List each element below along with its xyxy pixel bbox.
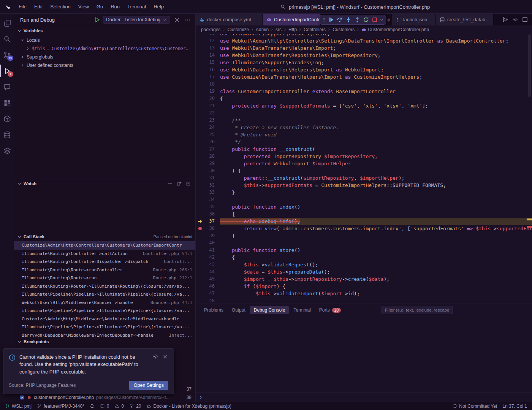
code-line-33[interactable]: 33 }: [196, 189, 532, 196]
code-line-40[interactable]: 40: [196, 239, 532, 247]
menu-run[interactable]: Run: [107, 2, 123, 11]
variables-group-locals[interactable]: Locals: [14, 36, 195, 44]
activity-explorer[interactable]: [0, 17, 14, 29]
debug-console-input[interactable]: [196, 393, 532, 402]
gutter-line-16[interactable]: 16: [196, 66, 220, 73]
panel-tab-debug-console[interactable]: Debug Console: [250, 306, 289, 314]
menu-selection[interactable]: Selection: [47, 2, 74, 11]
stack-frame[interactable]: Illuminate\Pipeline\Pipeline->Illuminate…: [14, 323, 195, 331]
gutter-line-41[interactable]: 41: [196, 247, 220, 254]
call-stack-header[interactable]: Call Stack Paused on breakpoint: [14, 232, 195, 241]
code-line-20[interactable]: 20{: [196, 95, 532, 102]
breakpoints-header[interactable]: Breakpoints: [14, 337, 195, 346]
gutter-line-14[interactable]: 14: [196, 52, 220, 59]
gutter-line-27[interactable]: 27: [196, 146, 220, 153]
code-line-46[interactable]: 46 if ($import) {: [196, 283, 532, 290]
breadcrumb-item[interactable]: Http: [288, 27, 297, 32]
debug-console-output[interactable]: [196, 316, 532, 393]
variable-this[interactable]: $this = Customize\Admin\Http\Controllers…: [14, 44, 195, 53]
breadcrumb-item[interactable]: Customize: [227, 27, 249, 32]
notification-close-button[interactable]: [162, 353, 168, 360]
status-git-commit[interactable]: Not Committed Yet: [450, 402, 500, 410]
gutter-line-36[interactable]: 36: [196, 211, 220, 218]
menu-edit[interactable]: Edit: [31, 2, 46, 11]
code-line-35[interactable]: 35 public function index(): [196, 203, 532, 211]
code-line-45[interactable]: 45 $import = $this->importRepository->cr…: [196, 275, 532, 283]
variables-group-superglobals[interactable]: Superglobals: [14, 53, 195, 61]
code-line-14[interactable]: 14use Webkul\DataTransfer\Repositories\I…: [196, 52, 532, 59]
code-line-24[interactable]: 24 * Create a new controller instance.: [196, 124, 532, 131]
stack-frame[interactable]: Barryvdh\Debugbar\Middleware\InjectDebug…: [14, 331, 195, 337]
code-line-21[interactable]: 21 protected array $supportedFormats = […: [196, 102, 532, 109]
code-line-11[interactable]: 11use Illuminate\Support\Facades\Event;: [196, 34, 532, 37]
stack-frame[interactable]: Customize\Admin\Http\Controllers\Custome…: [14, 241, 195, 250]
status-ports[interactable]: 20: [127, 402, 144, 410]
activity-search[interactable]: [0, 33, 14, 45]
code-line-34[interactable]: 34: [196, 196, 532, 203]
tab-docker-compose-yml[interactable]: docker-compose.yml: [196, 14, 263, 25]
gutter-line-47[interactable]: 47: [196, 290, 220, 297]
gutter-line-39[interactable]: 39: [196, 232, 220, 239]
panel-tab-terminal[interactable]: Terminal: [290, 306, 314, 314]
stack-frame[interactable]: Illuminate\Pipeline\Pipeline->Illuminate…: [14, 307, 195, 315]
code-line-48[interactable]: 48: [196, 297, 532, 304]
menu-terminal[interactable]: Terminal: [124, 2, 149, 11]
step-out-button[interactable]: [353, 16, 361, 24]
breadcrumb-item[interactable]: CustomerImportController.php: [368, 27, 429, 32]
tab-customerimportcontroller-php[interactable]: CustomerImportController.php: [263, 14, 320, 25]
gutter-line-26[interactable]: 26: [196, 138, 220, 146]
gutter-line-23[interactable]: 23: [196, 117, 220, 124]
gutter-line-42[interactable]: 42: [196, 254, 220, 261]
code-line-25[interactable]: 25 * @return void: [196, 131, 532, 138]
code-line-32[interactable]: 32 $this->supportedFormats = CustomizeIm…: [196, 182, 532, 189]
panel-tab-output[interactable]: Output: [228, 306, 249, 314]
menu-view[interactable]: View: [75, 2, 92, 11]
step-into-button[interactable]: [344, 16, 353, 24]
activity-source-control[interactable]: 19: [0, 49, 14, 61]
code-line-44[interactable]: 44 $data = $this->prepareData();: [196, 268, 532, 275]
stack-frame[interactable]: Illuminate\Routing\Controller->callActio…: [14, 250, 195, 258]
breadcrumb-item[interactable]: Controllers: [304, 27, 326, 32]
code-line-13[interactable]: 13use Webkul\DataTransfer\Helpers\Import…: [196, 44, 532, 52]
code-line-31[interactable]: 31 parent::__construct($importRepository…: [196, 174, 532, 182]
gutter-line-32[interactable]: 32: [196, 182, 220, 189]
code-line-30[interactable]: 30 ) {: [196, 167, 532, 174]
stack-frame[interactable]: Illuminate\Pipeline\Pipeline->Illuminate…: [14, 290, 195, 299]
variables-header[interactable]: Variables: [14, 26, 195, 35]
debug-more-actions-button[interactable]: [183, 16, 192, 24]
activity-run-debug[interactable]: 1: [0, 65, 14, 77]
code-line-41[interactable]: 41 public function store(): [196, 247, 532, 254]
gutter-line-44[interactable]: 44: [196, 268, 220, 275]
status-errors[interactable]: 0: [97, 402, 112, 410]
gutter-line-19[interactable]: 19: [196, 88, 220, 95]
stack-frame[interactable]: Webkul\User\Http\Middleware\Bouncer->han…: [14, 299, 195, 307]
panel-tab-problems[interactable]: Problems: [200, 306, 227, 314]
code-line-23[interactable]: 23 /**: [196, 117, 532, 124]
gutter-line-43[interactable]: 43: [196, 261, 220, 268]
menu-go[interactable]: Go: [93, 2, 106, 11]
editor-run-button[interactable]: [501, 16, 509, 24]
restart-button[interactable]: [362, 16, 370, 24]
gutter-line-29[interactable]: 29: [196, 160, 220, 167]
stack-frame[interactable]: Illuminate\Routing\Route->runRoute.php21…: [14, 274, 195, 282]
code-line-29[interactable]: 29 protected WebkulImport $importHelper: [196, 160, 532, 167]
status-debug-session[interactable]: Docker - Listen for Xdebug (primassjp): [144, 402, 234, 410]
code-line-12[interactable]: 12use Webkul\Admin\Http\Controllers\Sett…: [196, 37, 532, 44]
breadcrumb-item[interactable]: packages: [201, 27, 220, 32]
code-editor[interactable]: 11use Illuminate\Support\Facades\Event;1…: [196, 34, 532, 304]
panel-tab-ports[interactable]: Ports20: [315, 306, 345, 314]
code-line-28[interactable]: 28 protected ImportRepository $importRep…: [196, 153, 532, 160]
scrollbar-thumb[interactable]: [528, 34, 531, 97]
status-sync[interactable]: [87, 402, 97, 410]
stack-frame[interactable]: Customize\Admin\Http\Middleware\AdminLoc…: [14, 315, 195, 323]
stack-frame[interactable]: Illuminate\Routing\Router->Illuminate\Ro…: [14, 282, 195, 291]
add-expression-button[interactable]: [166, 179, 174, 188]
activity-layers[interactable]: [0, 144, 14, 157]
code-line-38[interactable]: 38 return view('admin::customers.custome…: [196, 225, 532, 232]
gutter-line-17[interactable]: 17: [196, 73, 220, 81]
step-over-button[interactable]: [336, 16, 344, 24]
gutter-line-11[interactable]: 11: [196, 34, 220, 37]
stack-frame[interactable]: Illuminate\Routing\ControllerDispatcher-…: [14, 258, 195, 266]
debug-config-dropdown[interactable]: Docker - Listen for Xdebug: [103, 16, 170, 24]
gutter-line-48[interactable]: 48: [196, 297, 220, 304]
